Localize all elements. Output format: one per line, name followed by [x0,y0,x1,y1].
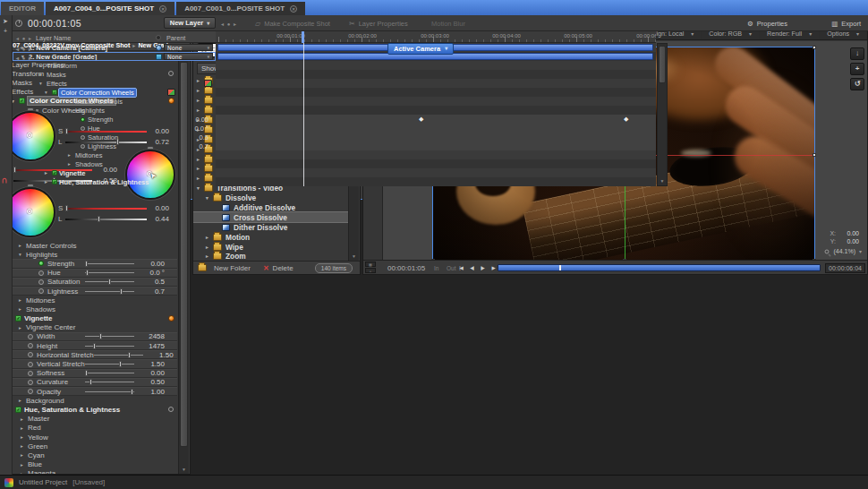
track-row[interactable] [216,159,656,168]
layer-row[interactable]: ▸Midtones [13,150,216,159]
effect-item[interactable]: ▾Dissolve [193,193,348,203]
effect-item[interactable]: ▸Motion [193,232,348,242]
expander-icon[interactable]: ▾ [19,252,26,257]
track-row[interactable] [216,150,656,159]
tree-row[interactable]: ▸Red [1,424,177,433]
layer-row[interactable]: Lightness0.7 [13,142,216,150]
keyframe-nav-icons[interactable]: ◂ ● ▸ [16,55,32,61]
stopwatch-icon[interactable] [81,126,85,131]
set-out-button[interactable]: Out [447,265,455,271]
scroll-down-icon[interactable]: ▼ [658,178,667,184]
slider-thumb[interactable] [85,261,88,267]
tab-composite-shot-1[interactable]: A007_C004_0...POSITE SHOT✕ [46,2,174,15]
track-row[interactable] [216,124,656,133]
expander-icon[interactable]: ▸ [19,306,26,312]
expander-icon[interactable]: ▸ [21,462,28,468]
expander-icon[interactable]: ▸ [206,235,213,240]
close-tab-icon[interactable]: ✕ [159,5,166,13]
param-slider[interactable] [85,270,134,276]
layer-row[interactable]: ▸Masks [13,70,216,79]
timeline-timecode[interactable]: 00:00:01:05 [28,18,81,29]
stopwatch-icon[interactable] [28,362,33,367]
tree-row[interactable]: Vertical Stretch1.50 [1,359,177,368]
tree-row[interactable]: Horizontal Stretch1.50 [1,350,177,359]
tree-row[interactable]: Lightness0.7 [1,287,177,296]
grid-toggle-icon[interactable]: ▦ [365,262,376,267]
expander-icon[interactable]: ▸ [206,244,213,250]
expander-icon[interactable]: ▾ [45,90,52,95]
stopwatch-icon[interactable] [38,270,44,276]
stopwatch-icon[interactable] [28,371,33,376]
effect-item[interactable]: ▸Wipe [193,242,348,252]
keyframe-diamond-icon[interactable]: ◆ [419,116,423,123]
hand-tool-icon[interactable]: + [0,28,11,34]
timeline-tracks[interactable]: ◆◆ [216,43,656,186]
layer-row[interactable]: ▸✓Vignette [13,168,216,177]
parent-select[interactable]: None▾ [164,44,213,51]
selection-handle[interactable] [813,153,816,157]
expander-icon[interactable]: ▸ [19,398,26,403]
stopwatch-icon[interactable] [28,389,33,394]
track-row[interactable] [216,177,656,186]
effect-item[interactable]: Additive Dissolve [193,203,348,213]
tree-row[interactable]: Saturation0.5 [1,278,177,287]
tree-row[interactable]: Width2458 [1,332,177,341]
expander-icon[interactable]: ▾ [197,185,204,191]
param-slider[interactable] [85,361,134,367]
playhead-handle[interactable] [302,31,304,43]
close-tab-icon[interactable]: ✕ [290,5,297,13]
scroll-down-icon[interactable]: ▼ [179,467,189,472]
layer-row[interactable]: ▸Shadows [13,159,216,168]
layer-row[interactable]: ◂ ● ▸▾2. New Grade [Grade]None▾ [13,52,216,61]
layer-row[interactable]: Saturation0.5 [13,133,216,142]
tree-row[interactable]: ▸Vignette Center [1,323,177,332]
keyframe-diamond-icon[interactable]: ◆ [624,116,628,123]
stopwatch-icon[interactable] [38,288,44,294]
layer-name-column-header[interactable]: Layer Name [36,34,71,42]
motion-blur-button[interactable]: Motion Blur [431,20,465,28]
keyframe-nav-icons[interactable]: ◂ ● ▸ [221,21,237,27]
delete-button[interactable]: Delete [273,264,294,272]
set-in-button[interactable]: In [434,265,438,271]
wheel-point[interactable] [27,209,32,214]
track-row[interactable] [216,168,656,177]
param-slider[interactable] [85,333,134,339]
layer-row[interactable]: ▾Highlights [13,106,216,115]
effect-item[interactable]: Cross Dissolve [193,212,348,222]
slider-thumb[interactable] [65,205,68,211]
layer-row[interactable]: ▸✓Hue, Saturation & Lightness [13,177,216,186]
tree-row[interactable]: ▸Midtones [1,296,177,305]
timeline-ruler[interactable]: 00:00:01:0000:00:02:0000:00:03:0000:00:0… [216,31,656,43]
prev-frame-button[interactable]: ◀| [466,263,477,272]
new-folder-button[interactable]: New Folder [214,264,251,272]
tree-row[interactable]: Strength0.00 [1,259,177,268]
tree-row[interactable]: ▸Shadows [1,305,177,313]
expander-icon[interactable]: ▸ [19,243,26,248]
slider-thumb[interactable] [85,370,88,376]
snap-magnet-icon[interactable]: ∪ [2,176,8,185]
expander-icon[interactable]: ▸ [39,63,47,68]
select-tool-icon[interactable]: ➤ [0,18,11,25]
track-row[interactable] [216,97,656,106]
param-slider[interactable] [85,288,134,295]
playhead-marker[interactable] [559,265,561,270]
layer-row[interactable]: ▸Master Controls [13,97,216,106]
stopwatch-icon[interactable] [28,352,33,357]
stopwatch-icon[interactable] [28,343,33,348]
track-row[interactable] [216,133,656,142]
tab-edit[interactable]: EDITOR [1,2,44,15]
tree-row[interactable]: ▾Highlights [1,250,177,259]
tree-row[interactable]: ▸Background [1,396,177,405]
slider-thumb[interactable] [93,343,96,349]
parent-column-header[interactable]: Parent [166,34,185,42]
slider-thumb[interactable] [128,352,131,358]
slider-thumb[interactable] [120,288,123,295]
enable-checkbox-icon[interactable]: ✓ [52,179,57,184]
slider-thumb[interactable] [108,279,111,285]
keyframe-toggle-icon[interactable] [81,117,85,122]
expander-icon[interactable]: ▸ [206,253,213,259]
effect-item[interactable]: Dither Dissolve [193,222,348,232]
stopwatch-icon[interactable] [81,144,85,149]
slider-thumb[interactable] [119,361,122,367]
param-slider[interactable] [85,261,134,267]
